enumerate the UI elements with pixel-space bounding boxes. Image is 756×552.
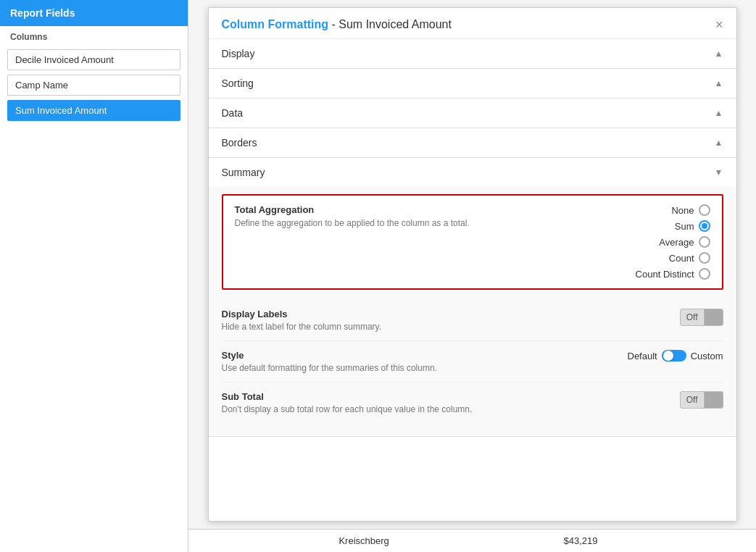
- display-labels-desc: Hide a text label for the column summary…: [222, 322, 665, 332]
- ta-options: None Sum Average: [636, 204, 710, 280]
- sub-total-toggle-handle[interactable]: [704, 392, 723, 408]
- sidebar-item-camp[interactable]: Camp Name: [7, 75, 180, 96]
- style-control: Default Custom: [628, 350, 723, 361]
- radio-count-label: Count: [669, 253, 694, 264]
- radio-average-label: Average: [659, 237, 694, 248]
- radio-sum[interactable]: Sum: [675, 220, 710, 232]
- radio-count-circle[interactable]: [699, 252, 710, 264]
- data-header[interactable]: Data ▲: [209, 99, 736, 127]
- dialog-header: Column Formatting - Sum Invoiced Amount …: [209, 8, 736, 39]
- radio-none[interactable]: None: [671, 204, 710, 216]
- accordion-sorting: Sorting ▲: [209, 69, 736, 99]
- dialog-close-button[interactable]: ×: [715, 18, 723, 31]
- sub-total-block: Sub Total Don't display a sub total row …: [222, 391, 665, 414]
- display-labels-row: Display Labels Hide a text label for the…: [222, 300, 723, 341]
- summary-label: Summary: [222, 167, 265, 178]
- data-chevron: ▲: [715, 108, 723, 118]
- style-toggle[interactable]: Default Custom: [628, 350, 723, 361]
- sub-total-toggle[interactable]: Off: [680, 391, 723, 409]
- bottom-cell-kreischberg: Kreischberg: [310, 535, 418, 546]
- sorting-label: Sorting: [222, 78, 254, 89]
- column-formatting-dialog: Column Formatting - Sum Invoiced Amount …: [208, 7, 737, 522]
- style-toggle-track[interactable]: [662, 350, 686, 361]
- sub-total-desc: Don't display a sub total row for each u…: [222, 404, 665, 414]
- radio-sum-label: Sum: [675, 221, 694, 232]
- dialog-title-separator: -: [332, 18, 339, 30]
- sub-total-label: Sub Total: [222, 391, 665, 402]
- bottom-cell-amount: $43,219: [526, 535, 634, 546]
- style-toggle-thumb: [663, 351, 673, 361]
- sidebar-items: Decile Invoiced Amount Camp Name Sum Inv…: [0, 45, 188, 125]
- sidebar-title: Report Fields: [10, 7, 75, 19]
- style-row: Style Use default formatting for the sum…: [222, 341, 723, 382]
- radio-count-distinct-label: Count Distinct: [636, 269, 694, 280]
- radio-none-circle[interactable]: [699, 204, 710, 216]
- display-labels-toggle-label: Off: [681, 310, 704, 325]
- sub-total-row: Sub Total Don't display a sub total row …: [222, 382, 723, 423]
- ta-title: Total Aggregation: [235, 204, 636, 215]
- sidebar-item-decile[interactable]: Decile Invoiced Amount: [7, 49, 180, 70]
- display-header[interactable]: Display ▲: [209, 39, 736, 68]
- style-desc: Use default formatting for the summaries…: [222, 363, 613, 373]
- dialog-title-suffix: Sum Invoiced Amount: [338, 18, 452, 30]
- display-labels-toggle-handle[interactable]: [704, 309, 723, 325]
- sub-total-control: Off: [680, 391, 723, 409]
- borders-chevron: ▲: [715, 138, 723, 148]
- summary-chevron: ▼: [715, 167, 723, 177]
- summary-header[interactable]: Summary ▼: [209, 158, 736, 187]
- sorting-header[interactable]: Sorting ▲: [209, 69, 736, 98]
- main-panel: Column Formatting - Sum Invoiced Amount …: [188, 0, 756, 552]
- accordion-data: Data ▲: [209, 99, 736, 128]
- borders-header[interactable]: Borders ▲: [209, 128, 736, 157]
- sub-total-toggle-label: Off: [681, 393, 704, 407]
- radio-average-circle[interactable]: [699, 236, 710, 248]
- ta-desc: Define the aggregation to be applied to …: [235, 218, 636, 228]
- borders-label: Borders: [222, 137, 257, 149]
- display-labels-toggle[interactable]: Off: [680, 309, 723, 326]
- sidebar-header: Report Fields: [0, 0, 188, 26]
- style-block: Style Use default formatting for the sum…: [222, 350, 613, 373]
- accordion-display: Display ▲: [209, 39, 736, 69]
- display-labels-control: Off: [680, 309, 723, 326]
- sidebar: Report Fields Columns Decile Invoiced Am…: [0, 0, 188, 552]
- display-chevron: ▲: [715, 49, 723, 59]
- radio-count[interactable]: Count: [669, 252, 710, 264]
- data-label: Data: [222, 107, 244, 119]
- dialog-body: Display ▲ Sorting ▲ Data ▲: [209, 39, 736, 521]
- columns-label: Columns: [0, 26, 188, 45]
- sorting-chevron: ▲: [715, 78, 723, 88]
- radio-sum-circle[interactable]: [699, 220, 710, 232]
- style-default-label: Default: [628, 351, 657, 361]
- bottom-bar: Kreischberg $43,219: [188, 529, 756, 552]
- sidebar-item-sum[interactable]: Sum Invoiced Amount: [7, 100, 180, 121]
- accordion-summary: Summary ▼ Total Aggregation Define the a…: [209, 158, 736, 437]
- accordion-borders: Borders ▲: [209, 128, 736, 158]
- radio-average[interactable]: Average: [659, 236, 710, 248]
- display-labels-label: Display Labels: [222, 309, 665, 319]
- dialog-title: Column Formatting - Sum Invoiced Amount: [222, 18, 452, 31]
- radio-count-distinct-circle[interactable]: [699, 268, 710, 280]
- radio-count-distinct[interactable]: Count Distinct: [636, 268, 710, 280]
- display-label: Display: [222, 48, 255, 59]
- style-label: Style: [222, 350, 613, 361]
- dialog-title-prefix: Column Formatting: [222, 18, 329, 30]
- total-aggregation-card: Total Aggregation Define the aggregation…: [222, 194, 723, 290]
- summary-content: Total Aggregation Define the aggregation…: [209, 187, 736, 436]
- radio-none-label: None: [671, 205, 694, 216]
- display-labels-block: Display Labels Hide a text label for the…: [222, 309, 665, 332]
- style-custom-label: Custom: [691, 351, 723, 361]
